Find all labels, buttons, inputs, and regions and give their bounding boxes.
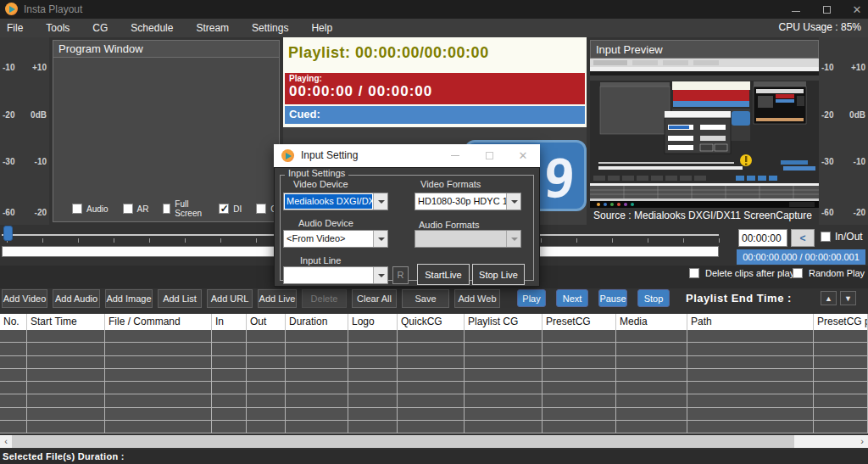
play-button[interactable]: Play [517, 289, 546, 307]
checkbox-label: DI [233, 204, 242, 214]
table-row[interactable] [0, 382, 868, 394]
start-live-button[interactable]: StartLive [417, 264, 470, 285]
delete-clips-checkbox[interactable] [689, 268, 699, 278]
inout-checkbox-group: In/Out [821, 231, 863, 243]
next-button[interactable]: Next [556, 289, 588, 307]
table-row[interactable] [0, 394, 868, 407]
preview-source-label: Source : Medialooks DXGI/DX11 ScreenCapt… [593, 210, 848, 221]
dialog-close-button[interactable]: ✕ [511, 147, 535, 165]
dropdown-arrow-icon [506, 231, 520, 247]
add-audio-button[interactable]: Add Audio [53, 289, 100, 308]
checkbox[interactable] [72, 204, 82, 214]
checkbox[interactable] [256, 204, 266, 214]
seek-slider-thumb[interactable] [3, 226, 13, 241]
scroll-right-arrow-icon[interactable]: › [856, 435, 868, 448]
add-web-button[interactable]: Add Web [454, 289, 500, 308]
table-cell [247, 408, 286, 420]
dialog-minimize-button[interactable] [443, 147, 467, 165]
move-down-button[interactable]: ▼ [840, 291, 856, 305]
add-image-button[interactable]: Add Image [105, 289, 153, 308]
refresh-button[interactable]: R [392, 266, 409, 284]
meter-scale-label: -20 [821, 110, 833, 120]
table-cell [247, 421, 286, 433]
add-url-button[interactable]: Add URL [207, 289, 253, 308]
add-live-button[interactable]: Add Live [258, 289, 297, 308]
meter-scale-row: -60-20 [0, 208, 49, 217]
add-list-button[interactable]: Add List [158, 289, 202, 308]
stop-button[interactable]: Stop [637, 289, 670, 307]
table-row[interactable] [0, 343, 868, 355]
meter-scale-label: -20 [35, 208, 47, 217]
table-row[interactable] [0, 356, 868, 369]
video-formats-dropdown[interactable]: HD1080-30p HDYC 1920x1 [415, 193, 521, 210]
menu-item-file[interactable]: File [7, 22, 23, 34]
table-cell [286, 408, 348, 420]
table-cell [105, 421, 212, 433]
inout-checkbox[interactable] [821, 232, 831, 242]
scrollbar-thumb[interactable] [12, 435, 794, 448]
move-up-button[interactable]: ▲ [821, 291, 837, 305]
table-cell [27, 356, 105, 368]
stop-live-button[interactable]: Stop Live [472, 264, 525, 285]
meter-scale-label: -30 [3, 157, 14, 166]
table-row[interactable] [0, 421, 868, 433]
table-cell [348, 356, 398, 368]
table-cell [0, 356, 27, 368]
column-header-out: Out [247, 314, 286, 330]
dialog-maximize-button[interactable] [477, 147, 501, 165]
menu-item-schedule[interactable]: Schedule [131, 22, 173, 34]
close-button[interactable]: ✕ [843, 0, 868, 19]
table-cell [465, 408, 542, 420]
dropdown-arrow-icon[interactable] [373, 193, 387, 210]
table-cell [286, 356, 348, 368]
checkbox[interactable] [123, 204, 133, 214]
meter-scale-row: -10+10 [0, 63, 49, 72]
scroll-left-arrow-icon[interactable]: ‹ [0, 435, 12, 448]
table-cell [27, 330, 105, 342]
table-row[interactable] [0, 408, 868, 421]
save-button[interactable]: Save [402, 289, 449, 308]
table-cell [398, 421, 465, 433]
table-cell [398, 382, 465, 394]
table-cell [247, 369, 286, 381]
table-cell [542, 408, 616, 420]
dropdown-arrow-icon[interactable] [506, 193, 520, 210]
checkbox[interactable] [163, 204, 170, 214]
menu-item-settings[interactable]: Settings [252, 22, 288, 34]
audio-device-dropdown[interactable]: <From Video> [283, 230, 388, 248]
pause-button[interactable]: Pause [598, 289, 627, 307]
audio-formats-dropdown[interactable] [415, 230, 521, 248]
step-back-button[interactable]: < [791, 229, 815, 247]
table-cell [212, 382, 247, 394]
table-row[interactable] [0, 330, 868, 343]
random-play-checkbox[interactable] [793, 268, 803, 278]
in-time-input[interactable] [738, 229, 787, 247]
delete-clips-option: Delete clips after play [689, 268, 794, 278]
horizontal-scrollbar[interactable]: ‹ › [0, 435, 868, 448]
column-header-in: In [212, 314, 247, 330]
delete-clips-label: Delete clips after play [705, 268, 794, 278]
dialog-titlebar[interactable]: Input Setting ✕ [274, 144, 540, 167]
table-cell [542, 356, 616, 368]
checkbox[interactable] [219, 204, 229, 214]
table-cell [286, 421, 348, 433]
table-cell [247, 330, 286, 342]
input-line-dropdown[interactable] [283, 266, 388, 284]
dropdown-arrow-icon[interactable] [373, 231, 387, 247]
dropdown-arrow-icon[interactable] [373, 267, 387, 283]
table-row[interactable] [0, 369, 868, 382]
audio-meter-right: -10+10-200dB-30-10-60-20 [819, 37, 868, 225]
menu-item-help[interactable]: Help [311, 22, 332, 34]
meter-scale-label: 0dB [31, 110, 47, 120]
table-cell [814, 382, 868, 394]
video-device-dropdown[interactable]: Medialooks DXGI/DX11 S [283, 193, 388, 210]
maximize-button[interactable] [812, 0, 841, 19]
menu-item-stream[interactable]: Stream [196, 22, 229, 34]
menu-item-cg[interactable]: CG [92, 22, 108, 34]
table-cell [105, 343, 212, 355]
clear-all-button[interactable]: Clear All [352, 289, 397, 308]
menu-item-tools[interactable]: Tools [46, 22, 70, 34]
dialog-title: Input Setting [301, 149, 358, 161]
add-video-button[interactable]: Add Video [2, 289, 47, 308]
minimize-button[interactable] [782, 0, 810, 19]
